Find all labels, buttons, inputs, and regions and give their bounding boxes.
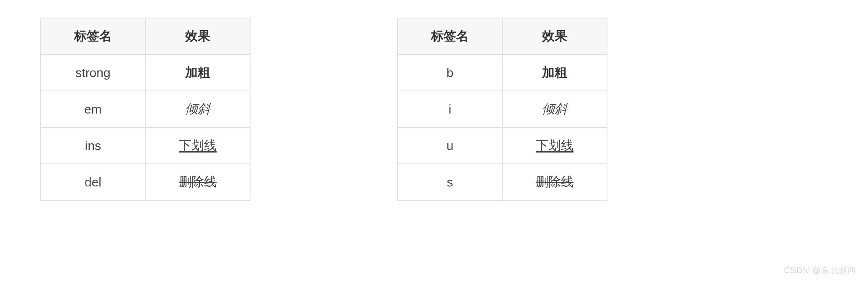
effect-text: 删除线	[536, 175, 574, 189]
watermark-text: CSDN @东北赵四	[784, 265, 856, 276]
effect-text: 删除线	[179, 175, 217, 189]
table-row: del 删除线	[41, 164, 250, 200]
effect-text: 倾斜	[542, 102, 567, 116]
cell-tagname: em	[41, 91, 145, 127]
cell-tagname: b	[398, 54, 502, 91]
table-row: b 加粗	[398, 54, 607, 91]
effect-text: 下划线	[536, 138, 574, 152]
table-row: strong 加粗	[41, 54, 250, 91]
cell-effect-strike: 删除线	[145, 164, 250, 200]
cell-effect-bold: 加粗	[502, 54, 607, 91]
table-header-row: 标签名 效果	[398, 18, 607, 54]
cell-effect-italic: 倾斜	[145, 91, 250, 127]
cell-tagname: del	[41, 164, 145, 200]
effect-text: 加粗	[542, 65, 567, 79]
cell-tagname: strong	[41, 54, 145, 91]
table-row: i 倾斜	[398, 91, 607, 127]
cell-effect-italic: 倾斜	[502, 91, 607, 127]
cell-tagname: ins	[41, 127, 145, 164]
table-row: em 倾斜	[41, 91, 250, 127]
cell-effect-underline: 下划线	[145, 127, 250, 164]
cell-tagname: i	[398, 91, 502, 127]
header-tagname: 标签名	[41, 18, 145, 54]
effect-text: 下划线	[179, 138, 217, 152]
table-header-row: 标签名 效果	[41, 18, 250, 54]
semantic-tags-table: 标签名 效果 strong 加粗 em 倾斜 ins 下划线 del 删除线	[40, 18, 251, 201]
cell-tagname: s	[398, 164, 502, 200]
header-tagname: 标签名	[398, 18, 502, 54]
header-effect: 效果	[502, 18, 607, 54]
presentational-tags-table: 标签名 效果 b 加粗 i 倾斜 u 下划线 s 删除线	[397, 18, 607, 201]
cell-effect-bold: 加粗	[145, 54, 250, 91]
effect-text: 加粗	[185, 65, 210, 79]
table-row: ins 下划线	[41, 127, 250, 164]
effect-text: 倾斜	[185, 102, 210, 116]
cell-tagname: u	[398, 127, 502, 164]
cell-effect-strike: 删除线	[502, 164, 607, 200]
table-row: u 下划线	[398, 127, 607, 164]
cell-effect-underline: 下划线	[502, 127, 607, 164]
tables-container: 标签名 效果 strong 加粗 em 倾斜 ins 下划线 del 删除线	[0, 0, 868, 201]
table-row: s 删除线	[398, 164, 607, 200]
header-effect: 效果	[145, 18, 250, 54]
